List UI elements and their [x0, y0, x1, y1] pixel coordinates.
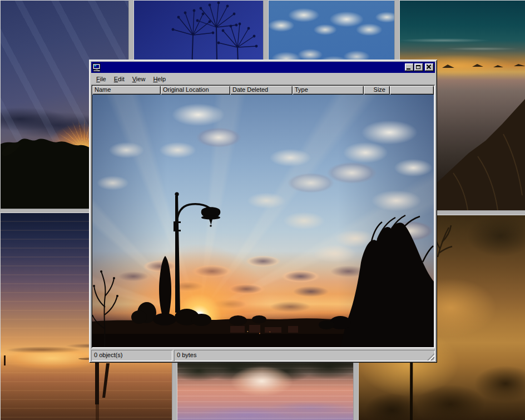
recycle-bin-window: File Edit View Help Name Original Locati…	[89, 60, 437, 363]
menu-view[interactable]: View	[128, 74, 150, 84]
column-header-type[interactable]: Type	[293, 86, 364, 95]
column-header-name[interactable]: Name	[92, 86, 161, 95]
computer-icon	[92, 63, 101, 72]
menu-file[interactable]: File	[92, 74, 110, 84]
maximize-button[interactable]	[414, 63, 423, 71]
status-bar: 0 object(s) 0 bytes	[91, 350, 435, 361]
column-header-size[interactable]: Size	[364, 86, 390, 95]
desktop: File Edit View Help Name Original Locati…	[0, 0, 525, 420]
city-lights	[92, 95, 434, 347]
menu-bar: File Edit View Help	[91, 73, 435, 85]
list-view[interactable]: Name Original Location Date Deleted Type…	[91, 85, 435, 348]
status-bytes: 0 bytes	[174, 350, 435, 361]
lamp-post-sunset-photo	[92, 95, 434, 347]
minimize-icon	[407, 68, 410, 70]
menu-edit[interactable]: Edit	[110, 74, 128, 84]
title-bar[interactable]	[91, 62, 435, 73]
menu-help[interactable]: Help	[149, 74, 170, 84]
minimize-button[interactable]	[405, 63, 414, 71]
status-objects: 0 object(s)	[91, 350, 172, 361]
column-header-original-location[interactable]: Original Location	[161, 86, 230, 95]
column-header-row: Name Original Location Date Deleted Type…	[92, 86, 434, 95]
column-header-date-deleted[interactable]: Date Deleted	[230, 86, 293, 95]
close-button[interactable]	[425, 63, 434, 71]
close-icon	[427, 65, 431, 69]
column-header-filler	[390, 86, 434, 95]
maximize-icon	[416, 65, 420, 69]
